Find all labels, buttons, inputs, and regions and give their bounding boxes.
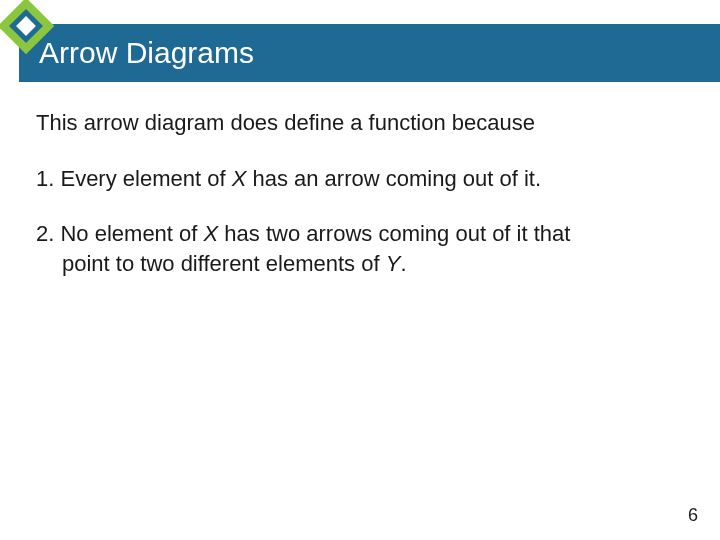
variable-x: X [232, 166, 247, 191]
variable-y: Y [386, 251, 401, 276]
item2-mid: has two arrows coming out of it that [218, 221, 570, 246]
intro-text: This arrow diagram does define a functio… [36, 108, 684, 138]
list-item-1: 1. Every element of X has an arrow comin… [36, 164, 684, 194]
slide-body: This arrow diagram does define a functio… [36, 108, 684, 305]
slide-title: Arrow Diagrams [39, 36, 254, 70]
item1-pre: 1. Every element of [36, 166, 232, 191]
page-number: 6 [688, 505, 698, 526]
title-bar: Arrow Diagrams [19, 24, 720, 82]
variable-x: X [204, 221, 219, 246]
item1-post: has an arrow coming out of it. [246, 166, 541, 191]
item2-pre: 2. No element of [36, 221, 204, 246]
list-item-2: 2. No element of X has two arrows coming… [36, 219, 684, 278]
item2-cont-post: . [400, 251, 406, 276]
item2-cont-pre: point to two different elements of [62, 251, 386, 276]
slide: Arrow Diagrams This arrow diagram does d… [0, 0, 720, 540]
